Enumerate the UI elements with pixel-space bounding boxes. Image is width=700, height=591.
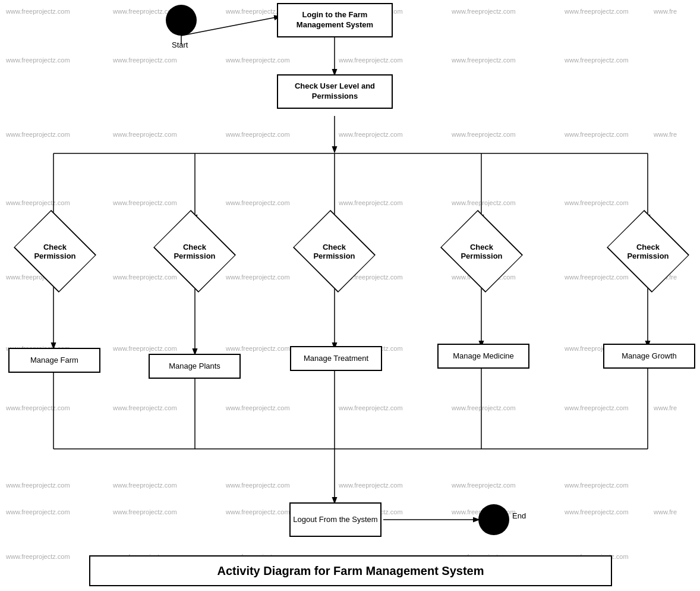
manage-treatment-box: Manage Treatment — [290, 346, 382, 371]
watermark: www.freeprojectz.com — [6, 404, 70, 411]
watermark: www.freeprojectz.com — [452, 199, 516, 206]
watermark: www.freeprojectz.com — [565, 131, 629, 138]
watermark: www.freeprojectz.com — [6, 56, 70, 64]
check-permission-3-label: CheckPermission — [313, 243, 355, 260]
manage-medicine-label: Manage Medicine — [453, 351, 514, 361]
watermark: www.freeprojectz.com — [565, 508, 629, 515]
watermark: www.freeprojectz.com — [6, 8, 70, 15]
watermark: www.freeprojectz.com — [339, 131, 403, 138]
login-box: Login to the Farm Management System — [277, 3, 393, 37]
manage-growth-box: Manage Growth — [603, 344, 695, 369]
watermark: www.freeprojectz.com — [452, 8, 516, 15]
watermark: www.freeprojectz.com — [113, 199, 177, 206]
watermark: www.freeprojectz.com — [6, 131, 70, 138]
watermark: www.freeprojectz.com — [226, 199, 290, 206]
manage-plants-label: Manage Plants — [169, 361, 220, 372]
manage-medicine-box: Manage Medicine — [437, 344, 529, 369]
start-label: Start — [172, 40, 188, 49]
watermark: www.freeprojectz.com — [226, 404, 290, 411]
watermark: www.fre — [654, 508, 677, 515]
check-permission-2-label: CheckPermission — [174, 243, 215, 260]
watermark: www.freeprojectz.com — [226, 131, 290, 138]
watermark: www.freeprojectz.com — [113, 508, 177, 515]
diagram-title-box: Activity Diagram for Farm Management Sys… — [89, 555, 612, 586]
watermark: www.freeprojectz.com — [452, 482, 516, 489]
check-permissions-box: Check User Level and Permissions — [277, 74, 393, 109]
check-permission-4: CheckPermission — [433, 220, 531, 282]
watermark: www.freeprojectz.com — [226, 345, 290, 352]
check-permission-4-label: CheckPermission — [461, 243, 502, 260]
manage-growth-label: Manage Growth — [622, 351, 677, 361]
watermark: www.freeprojectz.com — [226, 56, 290, 64]
watermark: www.freeprojectz.com — [565, 8, 629, 15]
watermark: www.freeprojectz.com — [6, 199, 70, 206]
watermark: www.freeprojectz.com — [6, 508, 70, 515]
watermark: www.freeprojectz.com — [565, 199, 629, 206]
end-circle — [478, 504, 509, 535]
watermark: www.freeprojectz.com — [6, 482, 70, 489]
check-permission-1-label: CheckPermission — [34, 243, 75, 260]
watermark: www.freeprojectz.com — [113, 56, 177, 64]
check-permission-3: CheckPermission — [285, 220, 383, 282]
watermark: www.fre — [654, 8, 677, 15]
check-permissions-label: Check User Level and Permissions — [280, 81, 389, 102]
end-label: End — [512, 511, 526, 520]
manage-farm-label: Manage Farm — [30, 356, 78, 366]
manage-treatment-label: Manage Treatment — [304, 354, 368, 364]
check-permission-5-label: CheckPermission — [627, 243, 669, 260]
logout-label: Logout From the System — [293, 515, 377, 525]
diagram-title: Activity Diagram for Farm Management Sys… — [217, 564, 484, 578]
watermark: www.freeprojectz.com — [452, 56, 516, 64]
watermark: www.freeprojectz.com — [339, 199, 403, 206]
watermark: www.freeprojectz.com — [113, 345, 177, 352]
watermark: www.freeprojectz.com — [226, 508, 290, 515]
watermark: www.freeprojectz.com — [452, 131, 516, 138]
watermark: www.freeprojectz.com — [339, 482, 403, 489]
watermark: www.freeprojectz.com — [452, 404, 516, 411]
watermark: www.freeprojectz.com — [339, 404, 403, 411]
manage-farm-box: Manage Farm — [8, 348, 100, 373]
watermark: www.freeprojectz.com — [113, 404, 177, 411]
watermark: www.freeprojectz.com — [565, 404, 629, 411]
start-circle — [166, 5, 197, 36]
watermark: www.freeprojectz.com — [565, 482, 629, 489]
watermark: www.fre — [654, 404, 677, 411]
manage-plants-box: Manage Plants — [149, 354, 241, 379]
watermark: www.freeprojectz.com — [226, 482, 290, 489]
logout-box: Logout From the System — [289, 502, 381, 537]
watermark: www.freeprojectz.com — [113, 482, 177, 489]
watermark: www.freeprojectz.com — [113, 131, 177, 138]
login-label: Login to the Farm Management System — [280, 10, 389, 30]
check-permission-1: CheckPermission — [6, 220, 104, 282]
watermark: www.freeprojectz.com — [565, 56, 629, 64]
watermark: www.freeprojectz.com — [6, 553, 70, 560]
check-permission-5: CheckPermission — [599, 220, 697, 282]
watermark: www.fre — [654, 131, 677, 138]
check-permission-2: CheckPermission — [146, 220, 244, 282]
watermark: www.freeprojectz.com — [339, 56, 403, 64]
